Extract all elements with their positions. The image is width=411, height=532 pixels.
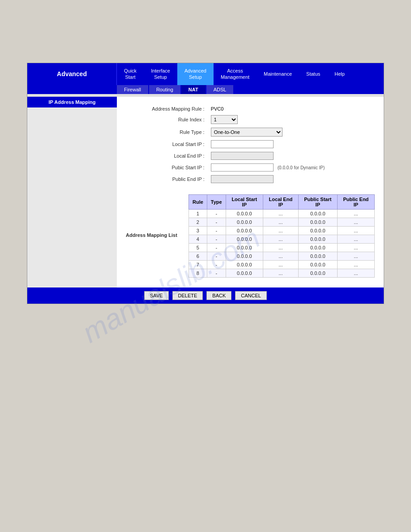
sidebar-title: IP Address Mapping — [27, 97, 117, 107]
form-row-public-start-ip: Pubic Start IP : 0.0.0.0 (0.0.0.0 for Dy… — [127, 162, 374, 173]
col-public-start-ip: Public Start IP — [298, 194, 337, 209]
cell-local-end: ... — [263, 269, 298, 277]
rule-index-label: Rule Index : — [127, 114, 207, 125]
subnav-firewall[interactable]: Firewall — [117, 85, 148, 94]
local-end-ip-input[interactable]: N/A — [211, 152, 274, 160]
left-sidebar: IP Address Mapping — [27, 97, 117, 287]
rule-type-cell: One-to-One Many-to-One Many-to-Many Over… — [208, 126, 374, 138]
nav-help[interactable]: Help — [327, 66, 352, 82]
cell-local-end: ... — [263, 252, 298, 260]
cell-local-start: 0.0.0.0 — [226, 209, 263, 218]
sub-nav: Firewall Routing NAT ADSL — [27, 85, 384, 94]
cell-rule: 5 — [189, 243, 207, 252]
cell-type: - — [207, 218, 226, 226]
cell-local-end: ... — [263, 260, 298, 269]
cell-public-start: 0.0.0.0 — [298, 218, 337, 226]
cell-type: - — [207, 269, 226, 277]
cell-public-start: 0.0.0.0 — [298, 226, 337, 235]
main-content: Address Mapping Rule : PVC0 Rule Index :… — [117, 97, 384, 287]
cell-public-end: ... — [337, 260, 374, 269]
rule-type-select[interactable]: One-to-One Many-to-One Many-to-Many Over… — [211, 128, 283, 137]
table-row[interactable]: 5 - 0.0.0.0 ... 0.0.0.0 ... — [189, 243, 375, 252]
public-start-ip-input[interactable]: 0.0.0.0 — [211, 163, 274, 172]
cell-local-start: 0.0.0.0 — [226, 226, 263, 235]
delete-button[interactable]: DELETE — [172, 291, 203, 300]
cell-public-start: 0.0.0.0 — [298, 243, 337, 252]
nav-access-management[interactable]: Access Management — [214, 63, 257, 85]
subnav-adsl[interactable]: ADSL — [206, 85, 234, 94]
table-row[interactable]: 1 - 0.0.0.0 ... 0.0.0.0 ... — [189, 209, 375, 218]
subnav-routing[interactable]: Routing — [149, 85, 180, 94]
rule-index-select[interactable]: 1 2 3 4 5 6 7 8 — [211, 115, 238, 124]
back-button[interactable]: BACK — [206, 291, 231, 300]
cancel-button[interactable]: CANCEL — [235, 291, 267, 300]
cell-local-end: ... — [263, 209, 298, 218]
cell-public-end: ... — [337, 252, 374, 260]
cell-public-end: ... — [337, 243, 374, 252]
cell-public-end: ... — [337, 226, 374, 235]
form-row-local-start-ip: Local Start IP : 0.0.0.0 — [127, 139, 374, 150]
col-rule: Rule — [189, 194, 207, 209]
cell-type: - — [207, 243, 226, 252]
cell-public-end: ... — [337, 235, 374, 243]
public-start-ip-hint: (0.0.0.0 for Dynamic IP) — [278, 165, 325, 170]
cell-public-start: 0.0.0.0 — [298, 269, 337, 277]
form-row-public-end-ip: Public End IP : N/A — [127, 174, 374, 184]
rule-index-cell: 1 2 3 4 5 6 7 8 — [208, 114, 374, 125]
address-mapping-rule-text: PVC0 — [211, 106, 224, 112]
nav-maintenance[interactable]: Maintenance — [257, 66, 299, 82]
local-start-ip-input[interactable]: 0.0.0.0 — [211, 140, 274, 148]
cell-rule: 3 — [189, 226, 207, 235]
table-row[interactable]: 7 - 0.0.0.0 ... 0.0.0.0 ... — [189, 260, 375, 269]
table-row[interactable]: 3 - 0.0.0.0 ... 0.0.0.0 ... — [189, 226, 375, 235]
rule-type-label: Rule Type : — [127, 126, 207, 138]
public-start-ip-cell: 0.0.0.0 (0.0.0.0 for Dynamic IP) — [208, 162, 374, 173]
mapping-table-wrapper: Rule Type Local Start IP Local End IP Pu… — [188, 193, 375, 278]
cell-local-end: ... — [263, 243, 298, 252]
cell-local-start: 0.0.0.0 — [226, 235, 263, 243]
cell-local-end: ... — [263, 226, 298, 235]
nav-status[interactable]: Status — [299, 66, 327, 82]
cell-rule: 6 — [189, 252, 207, 260]
cell-public-end: ... — [337, 269, 374, 277]
table-row[interactable]: 4 - 0.0.0.0 ... 0.0.0.0 ... — [189, 235, 375, 243]
cell-rule: 4 — [189, 235, 207, 243]
mapping-list-section-label: Address Mapping List — [126, 230, 177, 240]
address-mapping-list-label: Address Mapping List — [126, 232, 188, 238]
button-bar: SAVE DELETE BACK CANCEL — [27, 287, 384, 304]
local-start-ip-cell: 0.0.0.0 — [208, 139, 374, 150]
cell-public-start: 0.0.0.0 — [298, 209, 337, 218]
cell-type: - — [207, 235, 226, 243]
content-area: IP Address Mapping Address Mapping Rule … — [27, 97, 384, 287]
public-end-ip-cell: N/A — [208, 174, 374, 184]
local-end-ip-cell: N/A — [208, 150, 374, 161]
form-table: Address Mapping Rule : PVC0 Rule Index :… — [126, 104, 375, 185]
cell-public-end: ... — [337, 209, 374, 218]
cell-type: - — [207, 209, 226, 218]
col-local-end-ip: Local End IP — [263, 194, 298, 209]
nav-advanced-setup[interactable]: Advanced Setup — [177, 63, 214, 85]
col-type: Type — [207, 194, 226, 209]
cell-public-start: 0.0.0.0 — [298, 235, 337, 243]
cell-public-start: 0.0.0.0 — [298, 260, 337, 269]
main-container: Advanced Quick Start Interface Setup Adv… — [27, 63, 384, 304]
save-button[interactable]: SAVE — [144, 291, 169, 300]
cell-type: - — [207, 252, 226, 260]
cell-local-start: 0.0.0.0 — [226, 243, 263, 252]
address-mapping-rule-value: PVC0 — [208, 105, 374, 113]
table-row[interactable]: 6 - 0.0.0.0 ... 0.0.0.0 ... — [189, 252, 375, 260]
nav-quick-start[interactable]: Quick Start — [117, 63, 144, 85]
mapping-table-header-row: Rule Type Local Start IP Local End IP Pu… — [189, 194, 375, 209]
form-row-address-mapping-rule: Address Mapping Rule : PVC0 — [127, 105, 374, 113]
cell-rule: 8 — [189, 269, 207, 277]
subnav-nat[interactable]: NAT — [181, 85, 206, 94]
public-end-ip-input[interactable]: N/A — [211, 175, 274, 183]
nav-interface-setup[interactable]: Interface Setup — [144, 63, 177, 85]
table-row[interactable]: 8 - 0.0.0.0 ... 0.0.0.0 ... — [189, 269, 375, 277]
cell-local-start: 0.0.0.0 — [226, 252, 263, 260]
table-row[interactable]: 2 - 0.0.0.0 ... 0.0.0.0 ... — [189, 218, 375, 226]
cell-rule: 7 — [189, 260, 207, 269]
brand: Advanced — [27, 63, 117, 85]
form-row-rule-index: Rule Index : 1 2 3 4 5 6 7 8 — [127, 114, 374, 125]
cell-local-start: 0.0.0.0 — [226, 260, 263, 269]
